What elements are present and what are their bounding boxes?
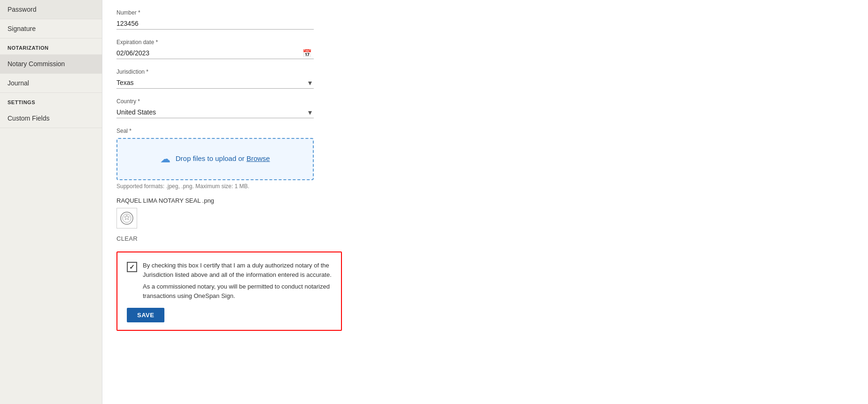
date-wrapper: 📅 (116, 47, 314, 59)
seal-label: Seal * (116, 128, 314, 134)
country-select[interactable]: United States Canada Mexico (116, 107, 314, 118)
sidebar: Password Signature NOTARIZATION Notary C… (0, 0, 102, 404)
country-select-wrapper: United States Canada Mexico ▾ (116, 107, 314, 118)
expiration-input[interactable] (116, 47, 314, 59)
supported-formats-text: Supported formats: .jpeg, .png. Maximum … (116, 183, 854, 190)
seal-label-group: Seal * (116, 128, 314, 134)
seal-filename: RAQUEL LIMA NOTARY SEAL .png (116, 197, 854, 204)
sidebar-section-notarization: NOTARIZATION (0, 38, 102, 54)
cert-content: By checking this box I certify that I am… (127, 261, 332, 300)
calendar-icon[interactable]: 📅 (302, 49, 312, 58)
certification-checkbox[interactable] (127, 262, 137, 272)
sidebar-item-signature[interactable]: Signature (0, 19, 102, 38)
jurisdiction-field-group: Jurisdiction * Texas California New York… (116, 69, 314, 89)
save-button[interactable]: SAVE (127, 308, 164, 322)
cert-text: By checking this box I certify that I am… (143, 261, 332, 300)
jurisdiction-select-wrapper: Texas California New York Florida ▾ (116, 77, 314, 89)
expiration-field-group: Expiration date * 📅 (116, 39, 314, 59)
sidebar-item-password[interactable]: Password (0, 0, 102, 19)
seal-thumbnail (116, 208, 137, 229)
sidebar-item-notary-commission[interactable]: Notary Commission (0, 54, 102, 74)
jurisdiction-label: Jurisdiction * (116, 69, 314, 75)
number-input[interactable] (116, 18, 314, 30)
svg-marker-2 (124, 215, 130, 220)
clear-button[interactable]: CLEAR (116, 235, 138, 242)
certification-box: By checking this box I certify that I am… (116, 252, 342, 331)
drop-zone-text: Drop files to upload or Browse (176, 154, 270, 162)
jurisdiction-select[interactable]: Texas California New York Florida (116, 77, 314, 88)
drop-zone[interactable]: ☁ Drop files to upload or Browse (116, 138, 314, 180)
sidebar-section-settings: SETTINGS (0, 93, 102, 109)
browse-link[interactable]: Browse (247, 154, 270, 162)
upload-cloud-icon: ☁ (160, 153, 170, 165)
country-label: Country * (116, 98, 314, 105)
sidebar-item-custom-fields[interactable]: Custom Fields (0, 109, 102, 128)
main-content: Number * Expiration date * 📅 Jurisdictio… (102, 0, 868, 404)
seal-image (120, 211, 134, 225)
sidebar-item-journal[interactable]: Journal (0, 74, 102, 93)
expiration-label: Expiration date * (116, 39, 314, 46)
number-field-group: Number * (116, 9, 314, 30)
country-field-group: Country * United States Canada Mexico ▾ (116, 98, 314, 118)
number-label: Number * (116, 9, 314, 16)
